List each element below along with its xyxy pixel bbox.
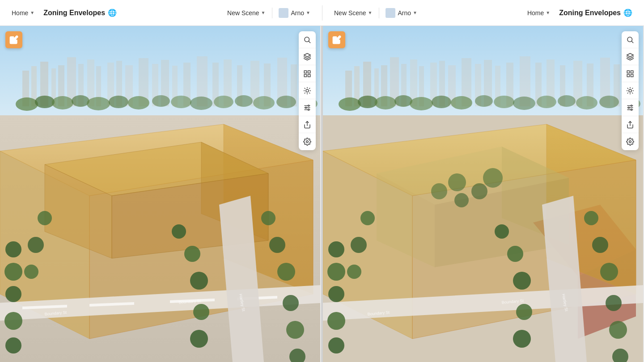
grid-icon-left (303, 70, 311, 78)
svg-line-94 (305, 93, 305, 93)
settings-rows-button-right[interactable] (622, 99, 639, 116)
header: Home ▼ Zoning Envelopes 🌐 New Scene ▼ Ar… (0, 0, 644, 26)
svg-point-144 (599, 96, 619, 108)
svg-point-78 (24, 265, 38, 279)
svg-point-179 (592, 237, 608, 253)
svg-point-207 (631, 105, 632, 106)
gear-button-left[interactable] (299, 133, 316, 150)
svg-point-87 (306, 89, 309, 92)
toolbar-right (622, 31, 639, 150)
svg-point-188 (627, 37, 632, 42)
svg-point-39 (253, 96, 275, 109)
sun-button-right[interactable] (622, 82, 639, 99)
new-scene-chevron-left: ▼ (261, 10, 266, 15)
new-scene-left[interactable]: New Scene ▼ (223, 7, 270, 19)
layers-button-right[interactable] (622, 48, 639, 65)
globe-icon-right: 🌐 (623, 8, 632, 17)
viewport-right[interactable]: Boundary St Boundary St Hartley St (323, 26, 644, 362)
svg-point-208 (628, 107, 630, 108)
svg-point-33 (128, 96, 149, 109)
svg-point-103 (306, 141, 309, 143)
scene-canvas-right: Boundary St Boundary St Hartley St (323, 26, 644, 362)
edit-button-right[interactable] (328, 31, 345, 48)
avatar-left (279, 8, 288, 18)
svg-point-138 (475, 95, 493, 107)
svg-line-189 (631, 41, 633, 42)
svg-point-30 (72, 95, 89, 107)
grid-icon-right (626, 70, 634, 78)
sun-button-left[interactable] (299, 82, 316, 99)
svg-point-182 (609, 321, 627, 339)
svg-point-209 (631, 109, 632, 110)
edit-button-left[interactable] (5, 31, 22, 48)
svg-rect-83 (304, 71, 306, 73)
svg-point-73 (283, 295, 299, 311)
svg-point-180 (600, 263, 618, 281)
svg-point-100 (305, 107, 307, 108)
svg-point-101 (308, 109, 309, 110)
project-title-left: Zoning Envelopes 🌐 (39, 6, 121, 20)
share-button-left[interactable] (299, 116, 316, 133)
svg-point-68 (193, 304, 209, 320)
search-button-left[interactable] (299, 31, 316, 48)
svg-rect-85 (304, 74, 306, 76)
new-scene-chevron-right: ▼ (368, 10, 373, 15)
svg-point-65 (172, 224, 186, 239)
svg-point-40 (276, 96, 296, 108)
settings-rows-icon-left (303, 104, 311, 112)
search-icon-right (626, 36, 634, 44)
search-icon-left (303, 36, 311, 44)
svg-point-76 (38, 211, 52, 225)
svg-point-28 (35, 96, 55, 108)
svg-point-173 (495, 224, 509, 239)
svg-point-177 (513, 330, 531, 348)
svg-point-171 (327, 312, 345, 330)
gear-icon-left (303, 138, 311, 146)
svg-rect-192 (631, 71, 633, 73)
svg-point-178 (584, 211, 598, 225)
svg-point-137 (451, 96, 472, 109)
gear-icon-right (626, 138, 634, 146)
home-nav-left[interactable]: Home ▼ (7, 7, 39, 19)
main-area: Boundary St Boundary St Hartley St (0, 26, 644, 362)
globe-icon-left: 🌐 (108, 8, 117, 17)
user-nav-right[interactable]: Arno ▼ (381, 5, 422, 21)
grid-button-right[interactable] (622, 65, 639, 82)
sun-icon-left (303, 87, 311, 95)
svg-point-71 (269, 237, 285, 253)
svg-point-195 (629, 89, 631, 92)
svg-line-91 (309, 93, 310, 93)
share-icon-left (303, 121, 311, 129)
share-button-right[interactable] (622, 116, 639, 133)
settings-rows-button-left[interactable] (299, 99, 316, 116)
svg-point-139 (494, 96, 514, 108)
search-button-right[interactable] (622, 31, 639, 48)
grid-button-left[interactable] (299, 65, 316, 82)
svg-point-161 (431, 183, 447, 199)
home-nav-right[interactable]: Home ▼ (523, 7, 555, 19)
svg-point-64 (5, 337, 21, 354)
sun-icon-right (626, 87, 634, 95)
user-nav-left[interactable]: Arno ▼ (274, 5, 315, 21)
new-scene-right[interactable]: New Scene ▼ (330, 7, 377, 19)
svg-line-202 (627, 93, 628, 93)
svg-point-135 (410, 97, 433, 110)
svg-point-34 (152, 95, 170, 107)
svg-point-186 (347, 265, 361, 279)
viewport-divider[interactable] (321, 26, 323, 362)
header-left: Home ▼ Zoning Envelopes 🌐 New Scene ▼ Ar… (0, 5, 322, 21)
viewport-left[interactable]: Boundary St Boundary St Hartley St (0, 26, 321, 362)
svg-point-174 (507, 246, 523, 262)
pencil-icon-right (332, 35, 341, 44)
svg-point-185 (351, 237, 367, 253)
svg-point-132 (358, 96, 377, 108)
svg-line-81 (309, 41, 310, 42)
svg-point-168 (328, 241, 344, 257)
svg-point-60 (5, 241, 21, 257)
layers-icon-right (626, 53, 634, 61)
layers-icon-left (303, 53, 311, 61)
svg-point-157 (448, 173, 466, 191)
layers-button-left[interactable] (299, 48, 316, 65)
svg-point-35 (171, 96, 191, 108)
gear-button-right[interactable] (622, 133, 639, 150)
